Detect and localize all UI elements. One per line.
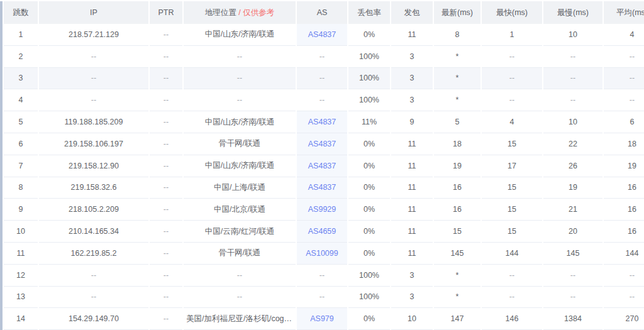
cell-slowest: --: [543, 265, 602, 287]
column-header-fastest: 最快(ms): [482, 1, 542, 24]
table-row-hop-13: 13--------100%3*------: [4, 287, 644, 309]
cell-slowest: --: [543, 89, 602, 111]
cell-avg: --: [604, 46, 644, 68]
cell-loss: 100%: [348, 68, 390, 90]
cell-loss: 0%: [348, 24, 390, 46]
table-row-hop-11: 11162.219.85.2--骨干网/联通AS100990%111451441…: [4, 243, 644, 265]
cell-ip: 218.105.2.209: [39, 199, 148, 221]
cell-fastest: 15: [482, 199, 542, 221]
cell-location: 美国/加利福尼亚/洛杉矶/cogentco...: [184, 308, 296, 330]
cell-fastest: --: [482, 265, 542, 287]
cell-as: AS4837: [297, 111, 347, 133]
column-label: AS: [317, 8, 328, 17]
as-link[interactable]: AS10099: [306, 249, 338, 258]
cell-ptr: --: [150, 265, 182, 287]
cell-ptr: --: [150, 24, 182, 46]
cell-as: --: [297, 89, 347, 111]
column-label: 丢包率: [357, 8, 381, 17]
cell-slowest: 10: [543, 111, 602, 133]
cell-ip: --: [39, 68, 148, 90]
cell-sent: 11: [391, 155, 433, 177]
cell-fastest: 15: [482, 221, 542, 243]
column-header-ptr: PTR: [150, 1, 182, 24]
cell-ip: 218.57.21.129: [39, 24, 148, 46]
as-link[interactable]: AS4659: [308, 227, 336, 236]
column-header-slowest: 最慢(ms): [543, 1, 602, 24]
cell-sent: 3: [391, 287, 433, 309]
cell-slowest: 1384: [543, 308, 602, 330]
cell-loss: 0%: [348, 221, 390, 243]
cell-avg: --: [604, 68, 644, 90]
column-header-hop: 跳数: [4, 1, 38, 24]
table-body: 1218.57.21.129--中国/山东/济南/联通AS48370%11811…: [4, 24, 644, 330]
cell-location: 中国/北京/联通: [184, 199, 296, 221]
cell-ptr: --: [150, 46, 182, 68]
cell-fastest: --: [482, 287, 542, 309]
cell-location: 骨干网/联通: [184, 133, 296, 155]
as-link[interactable]: AS4837: [308, 162, 336, 170]
cell-latest: 15: [434, 221, 480, 243]
cell-avg: --: [604, 265, 644, 287]
table-header: 跳数IPPTR地理位置 / 仅供参考AS丢包率发包最新(ms)最快(ms)最慢(…: [4, 1, 644, 24]
as-link[interactable]: AS4837: [308, 140, 336, 148]
column-label: 跳数: [13, 8, 29, 17]
cell-sent: 11: [391, 221, 433, 243]
cell-location: 中国/山东/济南/联通: [184, 24, 296, 46]
cell-avg: 144: [604, 243, 644, 265]
cell-location: --: [184, 68, 296, 90]
column-header-avg: 平均(ms): [604, 1, 644, 24]
cell-ip: --: [39, 287, 148, 309]
cell-ptr: --: [150, 221, 182, 243]
as-link[interactable]: AS979: [310, 314, 334, 323]
cell-fastest: 17: [482, 155, 542, 177]
cell-latest: 145: [434, 243, 480, 265]
column-label: 最新(ms): [441, 8, 473, 17]
column-label: 最慢(ms): [557, 8, 589, 17]
cell-ip: 210.14.165.34: [39, 221, 148, 243]
cell-location: --: [184, 89, 296, 111]
cell-latest: *: [434, 89, 480, 111]
traceroute-panel: 跳数IPPTR地理位置 / 仅供参考AS丢包率发包最新(ms)最快(ms)最慢(…: [0, 1, 644, 330]
cell-sent: 3: [391, 265, 433, 287]
cell-loss: 100%: [348, 265, 390, 287]
cell-as: AS4837: [297, 133, 347, 155]
cell-hop: 4: [4, 89, 38, 111]
cell-slowest: 19: [543, 177, 602, 199]
table-row-hop-12: 12--------100%3*------: [4, 265, 644, 287]
cell-as: --: [297, 287, 347, 309]
as-link[interactable]: AS9929: [308, 205, 336, 214]
cell-latest: 147: [434, 308, 480, 330]
cell-ptr: --: [150, 68, 182, 90]
cell-as: AS4837: [297, 155, 347, 177]
cell-hop: 9: [4, 199, 38, 221]
cell-hop: 6: [4, 133, 38, 155]
column-header-sent: 发包: [391, 1, 433, 24]
cell-fastest: 15: [482, 133, 542, 155]
cell-as: AS4837: [297, 177, 347, 199]
cell-latest: *: [434, 265, 480, 287]
as-link[interactable]: AS4837: [308, 118, 336, 126]
cell-sent: 11: [391, 24, 433, 46]
cell-latest: *: [434, 68, 480, 90]
cell-sent: 3: [391, 46, 433, 68]
cell-slowest: 20: [543, 221, 602, 243]
cell-loss: 11%: [348, 111, 390, 133]
column-label: 发包: [404, 8, 420, 17]
table-row-hop-7: 7219.158.12.90--中国/山东/济南/联通AS48370%11191…: [4, 155, 644, 177]
cell-hop: 14: [4, 308, 38, 330]
as-link[interactable]: AS4837: [308, 183, 336, 192]
table-row-hop-5: 5119.188.185.209--中国/山东/济南/联通AS483711%95…: [4, 111, 644, 133]
cell-fastest: 15: [482, 177, 542, 199]
cell-slowest: 145: [543, 243, 602, 265]
column-header-as: AS: [297, 1, 347, 24]
cell-hop: 8: [4, 177, 38, 199]
table-row-hop-8: 8219.158.32.6--中国/上海/联通AS48370%111615191…: [4, 177, 644, 199]
cell-slowest: --: [543, 287, 602, 309]
as-link[interactable]: AS4837: [308, 30, 336, 39]
cell-latest: 19: [434, 155, 480, 177]
cell-fastest: --: [482, 68, 542, 90]
cell-slowest: --: [543, 68, 602, 90]
cell-hop: 7: [4, 155, 38, 177]
cell-sent: 9: [391, 111, 433, 133]
cell-as: AS4659: [297, 221, 347, 243]
